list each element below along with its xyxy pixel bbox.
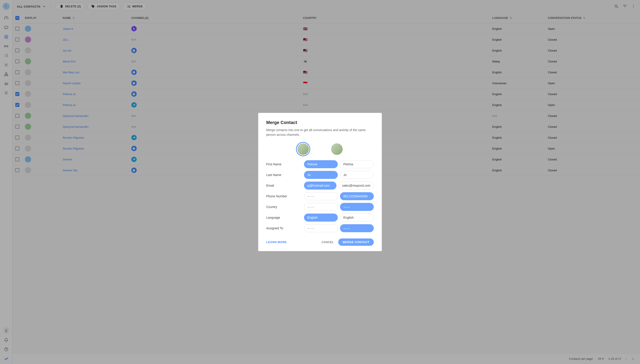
modal-overlay: Merge Contact Merge contacts into one to… bbox=[0, 0, 640, 364]
merge-field-email: Email pj@hotmail.com sales@respond.com bbox=[266, 182, 374, 190]
merge-field-label: Language bbox=[266, 216, 304, 219]
merge-option-a[interactable]: Petrina bbox=[304, 160, 338, 168]
learn-more-button[interactable]: LEARN MORE bbox=[266, 240, 287, 244]
merge-option-b[interactable]: —— bbox=[340, 203, 374, 211]
merge-option-b[interactable]: sales@respond.com bbox=[339, 182, 374, 190]
merge-contact-modal: Merge Contact Merge contacts into one to… bbox=[258, 113, 382, 251]
merge-option-a[interactable]: —— bbox=[304, 192, 338, 200]
merge-field-label: First Name bbox=[266, 162, 304, 166]
merge-field-phone: Phone Number —— 60112233445566 bbox=[266, 192, 374, 200]
cancel-button[interactable]: CANCEL bbox=[322, 240, 334, 244]
merge-field-label: Email bbox=[266, 184, 304, 187]
merge-field-label: Phone Number bbox=[266, 194, 304, 198]
merge-contact-b-avatar[interactable] bbox=[331, 143, 343, 155]
merge-field-country: Country —— —— bbox=[266, 203, 374, 211]
merge-field-language: Language English English bbox=[266, 214, 374, 222]
merge-option-a[interactable]: pj@hotmail.com bbox=[304, 182, 336, 190]
merge-contact-a-avatar[interactable] bbox=[297, 143, 309, 155]
merge-field-label: Country bbox=[266, 205, 304, 209]
merge-option-a[interactable]: Jo bbox=[304, 171, 338, 179]
merge-option-b[interactable]: 60112233445566 bbox=[340, 192, 374, 200]
merge-field-label: Assigned To bbox=[266, 226, 304, 230]
merge-option-a[interactable]: —— bbox=[304, 203, 338, 211]
merge-option-b[interactable]: Petrina bbox=[340, 160, 374, 168]
merge-field-first_name: First Name Petrina Petrina bbox=[266, 160, 374, 168]
merge-option-a[interactable]: English bbox=[304, 214, 338, 222]
modal-title: Merge Contact bbox=[266, 120, 374, 125]
merge-option-b[interactable]: English bbox=[340, 214, 374, 222]
merge-option-b[interactable]: —— bbox=[340, 224, 374, 232]
merge-field-label: Last Name bbox=[266, 173, 304, 177]
merge-field-last_name: Last Name Jo Jo bbox=[266, 171, 374, 179]
merge-option-a[interactable]: —— bbox=[304, 224, 338, 232]
modal-description: Merge contacts into one to get all conve… bbox=[266, 128, 374, 137]
merge-field-assigned: Assigned To —— —— bbox=[266, 224, 374, 232]
merge-contact-button[interactable]: MERGE CONTACT bbox=[338, 238, 374, 246]
merge-option-b[interactable]: Jo bbox=[340, 171, 374, 179]
